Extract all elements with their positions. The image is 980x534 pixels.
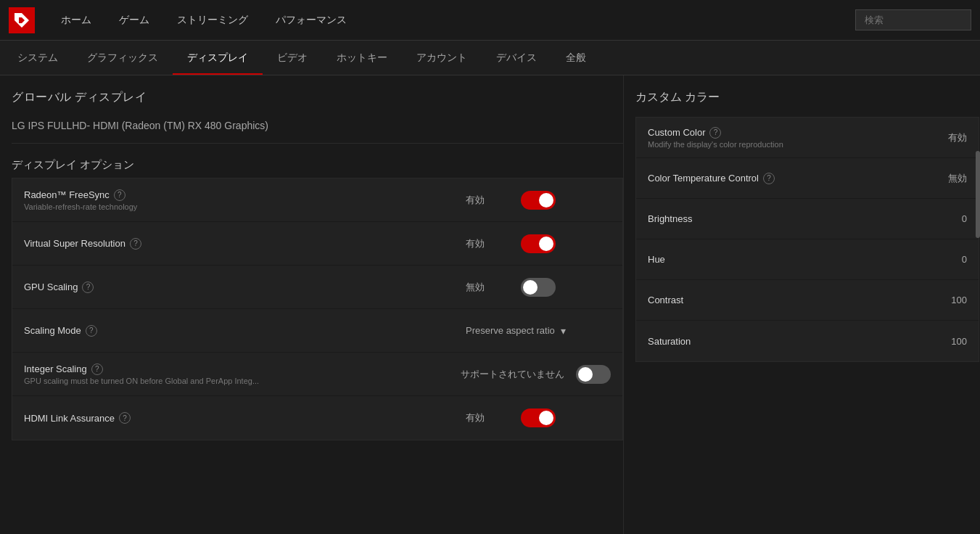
integer-scaling-value-text: サポートされていません: [461, 368, 564, 381]
amd-logo-icon: [13, 12, 30, 29]
vsr-label-area: Virtual Super Resolution ?: [24, 238, 466, 250]
setting-row-vsr: Virtual Super Resolution ? 有効: [12, 222, 622, 266]
color-temp-text: Color Temperature Control: [648, 173, 759, 184]
tab-account[interactable]: アカウント: [402, 41, 482, 75]
saturation-label: Saturation: [648, 336, 931, 347]
saturation-text: Saturation: [648, 336, 691, 347]
contrast-label: Contrast: [648, 295, 931, 305]
gpu-scaling-help-icon[interactable]: ?: [82, 282, 94, 293]
freesync-label-area: Radeon™ FreeSync ? Variable-refresh-rate…: [24, 189, 466, 211]
gpu-scaling-value-area: 無効: [466, 278, 611, 297]
hdmi-link-label: HDMI Link Assurance ?: [24, 412, 466, 424]
integer-scaling-toggle[interactable]: [576, 365, 611, 384]
nav-home[interactable]: ホーム: [49, 8, 103, 33]
integer-scaling-label: Integer Scaling ?: [24, 363, 461, 375]
custom-color-label-area: Custom Color ? Modify the display's colo…: [648, 127, 931, 149]
custom-color-text: Custom Color: [648, 127, 705, 138]
scaling-mode-label-area: Scaling Mode ?: [24, 325, 466, 337]
tab-system[interactable]: システム: [3, 41, 73, 75]
custom-color-section-title: カスタム カラー: [635, 90, 979, 105]
freesync-value-text: 有効: [466, 194, 509, 207]
vsr-value-text: 有効: [466, 237, 509, 250]
nav-performance[interactable]: パフォーマンス: [264, 8, 358, 33]
custom-color-sublabel: Modify the display's color reproduction: [648, 140, 931, 149]
color-temp-label-area: Color Temperature Control ?: [648, 173, 931, 184]
integer-scaling-value-area: サポートされていません: [461, 365, 611, 384]
top-nav: ホーム ゲーム ストリーミング パフォーマンス: [0, 0, 980, 41]
hue-label-area: Hue: [648, 254, 931, 265]
vsr-value-area: 有効: [466, 234, 611, 253]
tab-general[interactable]: 全般: [551, 41, 601, 75]
vsr-toggle[interactable]: [521, 234, 556, 253]
gpu-scaling-toggle[interactable]: [521, 278, 556, 297]
scaling-mode-label: Scaling Mode ?: [24, 325, 466, 337]
color-temp-value: 無効: [931, 172, 967, 185]
brightness-value: 0: [931, 213, 967, 224]
gpu-scaling-label-area: GPU Scaling ?: [24, 282, 466, 293]
contrast-text: Contrast: [648, 295, 683, 305]
tab-bar: システム グラフィックス ディスプレイ ビデオ ホットキー アカウント デバイス…: [0, 41, 980, 75]
nav-game[interactable]: ゲーム: [107, 8, 161, 33]
right-panel: カスタム カラー Custom Color ? Modify the displ…: [624, 75, 979, 534]
scaling-mode-value-area: Preserve aspect ratio ▾: [466, 325, 611, 337]
saturation-label-area: Saturation: [648, 336, 931, 347]
tab-device[interactable]: デバイス: [482, 41, 551, 75]
display-settings-container: Radeon™ FreeSync ? Variable-refresh-rate…: [12, 178, 623, 440]
search-input[interactable]: [855, 9, 971, 30]
freesync-value-area: 有効: [466, 191, 611, 210]
integer-scaling-text: Integer Scaling: [24, 363, 87, 374]
right-settings-container: Custom Color ? Modify the display's colo…: [635, 117, 979, 362]
setting-row-hdmi-link: HDMI Link Assurance ? 有効: [12, 396, 622, 440]
nav-streaming[interactable]: ストリーミング: [165, 8, 260, 33]
color-temp-help-icon[interactable]: ?: [763, 173, 775, 184]
right-setting-row-color-temp: Color Temperature Control ? 無効: [636, 158, 979, 199]
content-area: グローバル ディスプレイ LG IPS FULLHD- HDMI (Radeon…: [0, 75, 980, 534]
hdmi-link-toggle[interactable]: [521, 408, 556, 427]
setting-row-scaling-mode: Scaling Mode ? Preserve aspect ratio ▾: [12, 309, 622, 353]
tab-video[interactable]: ビデオ: [263, 41, 322, 75]
freesync-text: Radeon™ FreeSync: [24, 189, 110, 200]
freesync-toggle[interactable]: [521, 191, 556, 210]
setting-row-freesync: Radeon™ FreeSync ? Variable-refresh-rate…: [12, 178, 622, 222]
hdmi-link-help-icon[interactable]: ?: [119, 412, 131, 424]
integer-scaling-help-icon[interactable]: ?: [91, 363, 103, 375]
hue-value: 0: [931, 254, 967, 265]
freesync-label: Radeon™ FreeSync ?: [24, 189, 466, 201]
right-setting-row-saturation: Saturation 100: [636, 321, 979, 361]
amd-logo: [9, 7, 35, 33]
integer-scaling-sublabel: GPU scaling must be turned ON before Glo…: [24, 377, 461, 385]
contrast-label-area: Contrast: [648, 295, 931, 305]
display-options-title: ディスプレイ オプション: [12, 158, 623, 172]
right-setting-row-custom-color: Custom Color ? Modify the display's colo…: [636, 118, 979, 158]
tab-display[interactable]: ディスプレイ: [173, 41, 263, 75]
contrast-value: 100: [931, 295, 967, 305]
gpu-scaling-value-text: 無効: [466, 281, 509, 294]
right-setting-row-brightness: Brightness 0: [636, 199, 979, 239]
scaling-mode-dropdown[interactable]: Preserve aspect ratio ▾: [466, 325, 566, 337]
hdmi-link-text: HDMI Link Assurance: [24, 413, 115, 424]
tab-graphics[interactable]: グラフィックス: [73, 41, 173, 75]
vsr-help-icon[interactable]: ?: [130, 238, 141, 250]
custom-color-value: 有効: [931, 131, 967, 144]
integer-scaling-label-area: Integer Scaling ? GPU scaling must be tu…: [24, 363, 461, 385]
scaling-mode-value-text: Preserve aspect ratio: [466, 325, 555, 336]
custom-color-label: Custom Color ?: [648, 127, 931, 139]
freesync-sublabel: Variable-refresh-rate technology: [24, 202, 466, 211]
gpu-scaling-text: GPU Scaling: [24, 282, 78, 292]
scaling-mode-help-icon[interactable]: ?: [86, 325, 97, 337]
vsr-label: Virtual Super Resolution ?: [24, 238, 466, 250]
brightness-label: Brightness: [648, 213, 931, 224]
custom-color-help-icon[interactable]: ?: [709, 127, 721, 139]
freesync-help-icon[interactable]: ?: [114, 189, 125, 201]
setting-row-gpu-scaling: GPU Scaling ? 無効: [12, 266, 622, 309]
global-display-title: グローバル ディスプレイ: [12, 90, 623, 105]
tab-hotkey[interactable]: ホットキー: [322, 41, 402, 75]
gpu-scaling-label: GPU Scaling ?: [24, 282, 466, 293]
vsr-text: Virtual Super Resolution: [24, 238, 125, 249]
hdmi-link-value-text: 有効: [466, 411, 509, 424]
right-setting-row-hue: Hue 0: [636, 239, 979, 280]
nav-items: ホーム ゲーム ストリーミング パフォーマンス: [49, 8, 855, 33]
setting-row-integer-scaling: Integer Scaling ? GPU scaling must be tu…: [12, 353, 622, 396]
scrollbar[interactable]: [976, 151, 980, 238]
monitor-label: LG IPS FULLHD- HDMI (Radeon (TM) RX 480 …: [12, 120, 623, 144]
